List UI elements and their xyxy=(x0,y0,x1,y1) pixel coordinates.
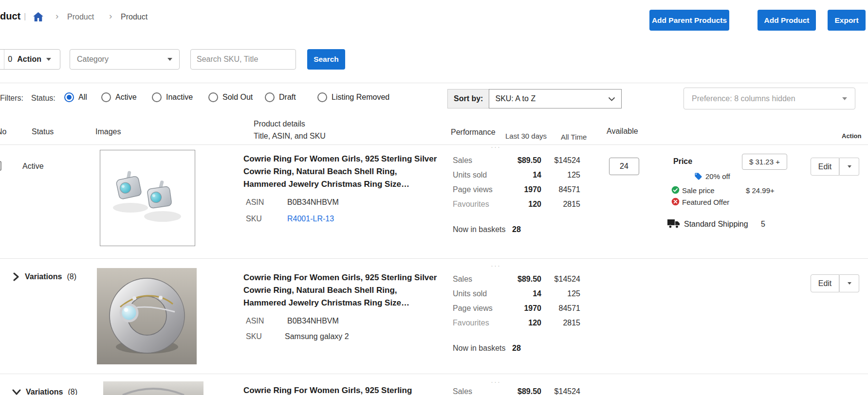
shipping-count: 5 xyxy=(761,220,765,229)
perf-metric-label: Favourites xyxy=(453,319,489,327)
column-header-available: Available xyxy=(607,127,638,136)
breadcrumb-chevron-icon: › xyxy=(109,11,112,21)
status-radio-inactive[interactable]: Inactive xyxy=(152,92,193,102)
sale-price-check-icon xyxy=(671,186,680,194)
perf-metric-30d: $89.50 xyxy=(517,275,541,284)
perf-metric-label: Units sold xyxy=(453,171,487,180)
row-checkbox[interactable] xyxy=(0,161,1,171)
chevron-down-icon xyxy=(608,97,615,101)
variations-toggle[interactable]: Variations (8) xyxy=(12,388,77,395)
radio-selected-icon[interactable] xyxy=(64,92,74,102)
perf-row: Units sold 14 125 xyxy=(453,171,580,185)
perf-metric-alltime: 84571 xyxy=(559,304,581,313)
search-input[interactable] xyxy=(190,49,296,70)
perf-row: Favourites 120 2815 xyxy=(453,319,580,333)
status-radio-listing-removed[interactable]: Listing Removed xyxy=(317,92,389,102)
price-button[interactable]: $ 31.23 + xyxy=(742,154,787,170)
radio-label: Draft xyxy=(279,93,296,102)
column-header-action: Action xyxy=(842,132,861,140)
product-thumbnail[interactable] xyxy=(97,268,197,364)
perf-metric-alltime: 84571 xyxy=(559,185,581,194)
status-radio-draft[interactable]: Draft xyxy=(265,92,296,102)
selected-count: 0 xyxy=(8,55,12,64)
caret-down-icon xyxy=(848,282,851,285)
asin-value: B0B34NHBVM xyxy=(287,317,339,325)
radio-icon[interactable] xyxy=(208,92,218,102)
perf-metric-alltime: $14524 xyxy=(554,387,580,395)
status-badge: Active xyxy=(22,162,44,171)
performance-table: Sales $89.50 $14524 Units sold 14 125 Pa… xyxy=(453,275,580,333)
column-header-product-details-sub: Title, ASIN, and SKU xyxy=(254,132,326,141)
perf-row: Favourites 120 2815 xyxy=(453,200,580,215)
column-header-status: Status xyxy=(32,127,54,136)
export-button[interactable]: Export xyxy=(828,10,866,31)
caret-down-icon xyxy=(842,97,847,100)
status-radio-active[interactable]: Active xyxy=(101,92,137,102)
edit-dropdown-button[interactable] xyxy=(839,158,859,176)
available-input[interactable] xyxy=(609,158,639,175)
radio-label: Active xyxy=(115,93,137,102)
column-header-last-30-days: Last 30 days xyxy=(505,132,547,140)
shipping-label: Standard Shipping xyxy=(684,220,748,229)
radio-icon[interactable] xyxy=(317,92,327,102)
add-product-button[interactable]: Add Product xyxy=(757,10,816,31)
perf-row: Sales $89.50 $14524 xyxy=(453,387,580,395)
column-header-images: Images xyxy=(95,127,121,136)
edit-split-button: Edit xyxy=(811,274,859,292)
perf-metric-label: Sales xyxy=(453,387,472,395)
filters-label: Filters: xyxy=(0,94,23,103)
radio-icon[interactable] xyxy=(152,92,162,102)
edit-dropdown-button[interactable] xyxy=(839,274,859,292)
sort-select[interactable]: SKU: A to Z xyxy=(489,89,622,108)
add-parent-products-button[interactable]: Add Parent Products xyxy=(649,10,729,31)
perf-metric-alltime: $14524 xyxy=(554,156,580,165)
price-value: $ 31.23 + xyxy=(749,158,780,166)
sku-value: Samsung galaxy 2 xyxy=(285,332,349,341)
perf-metric-30d: 14 xyxy=(533,289,541,298)
sort-by-label: Sort by: xyxy=(447,89,489,108)
radio-icon[interactable] xyxy=(265,92,275,102)
chevron-down-icon xyxy=(12,388,21,395)
sku-link[interactable]: R4001-LR-13 xyxy=(287,215,334,223)
hidden-columns-dots-icon: ··· xyxy=(491,143,501,151)
sku-label: SKU xyxy=(246,215,262,223)
radio-label: Listing Removed xyxy=(332,93,389,102)
perf-metric-label: Sales xyxy=(453,156,472,165)
now-in-baskets-label: Now in baskets xyxy=(453,344,506,353)
breadcrumb-item-product[interactable]: Product xyxy=(67,13,94,21)
perf-metric-label: Page views xyxy=(453,304,493,313)
perf-metric-alltime: 2815 xyxy=(563,319,580,327)
perf-metric-30d: 120 xyxy=(528,319,541,327)
edit-button[interactable]: Edit xyxy=(811,274,839,292)
variations-label: Variations xyxy=(26,388,63,395)
ring-photo xyxy=(97,268,197,364)
chevron-right-icon xyxy=(12,272,20,281)
price-label: Price xyxy=(673,157,692,166)
product-thumbnail[interactable] xyxy=(100,150,195,246)
perf-row: Page views 1970 84571 xyxy=(453,304,580,319)
variations-toggle[interactable]: Variations (8) xyxy=(12,272,76,281)
preference-value: Preference: 8 columns hidden xyxy=(692,94,795,103)
status-filter-label: Status: xyxy=(31,94,55,103)
status-radio-sold-out[interactable]: Sold Out xyxy=(208,92,253,102)
sku-label: SKU xyxy=(246,332,262,341)
product-thumbnail[interactable] xyxy=(103,381,203,395)
divider-line xyxy=(0,83,868,83)
hidden-columns-dots-icon: ··· xyxy=(491,261,501,269)
category-select[interactable]: Category xyxy=(70,49,180,70)
discount-text: 20% off xyxy=(705,172,730,180)
perf-metric-30d: 1970 xyxy=(524,304,541,313)
perf-metric-alltime: $14524 xyxy=(554,275,580,284)
home-icon[interactable] xyxy=(33,12,43,21)
radio-label: Sold Out xyxy=(222,93,253,102)
perf-metric-label: Page views xyxy=(453,185,493,194)
preference-select[interactable]: Preference: 8 columns hidden xyxy=(683,88,855,109)
radio-icon[interactable] xyxy=(101,92,111,102)
status-radio-all[interactable]: All xyxy=(64,92,87,102)
edit-button[interactable]: Edit xyxy=(811,158,839,176)
perf-metric-alltime: 2815 xyxy=(563,200,580,209)
now-in-baskets-value: 28 xyxy=(512,344,521,353)
search-button[interactable]: Search xyxy=(307,49,345,70)
radio-label: All xyxy=(78,93,87,102)
bulk-action-button[interactable]: 0 Action xyxy=(0,49,60,70)
